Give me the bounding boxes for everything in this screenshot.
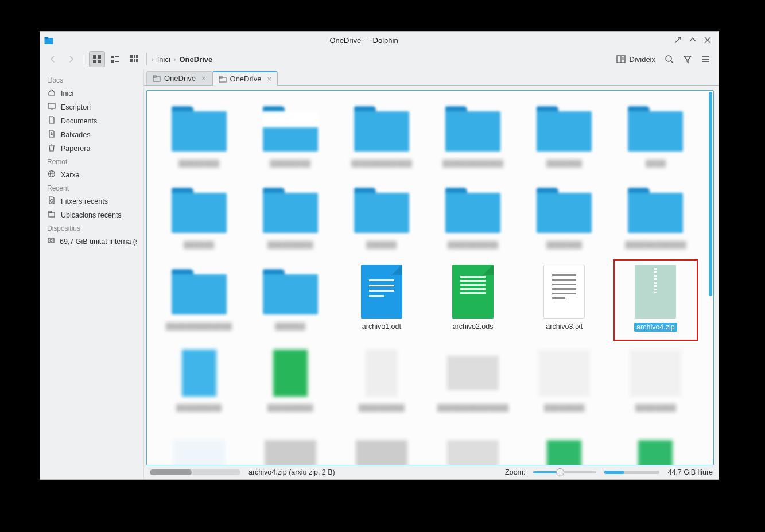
- compact-view-button[interactable]: [107, 51, 123, 67]
- titlebar: OneDrive — Dolphin: [40, 32, 719, 49]
- document-icon: [47, 116, 56, 124]
- file-item[interactable]: [155, 422, 243, 465]
- file-item[interactable]: [429, 422, 517, 465]
- folder-item[interactable]: ███████: [521, 178, 608, 259]
- svg-rect-14: [134, 59, 135, 62]
- sidebar-item-trash[interactable]: Paperera: [42, 141, 141, 154]
- svg-rect-5: [98, 60, 101, 63]
- folder-icon: [153, 75, 161, 83]
- sidebar-section-devices: Dispositius: [42, 221, 141, 234]
- folder-item[interactable]: ███████: [521, 96, 608, 178]
- file-item-odt[interactable]: archivo1.odt: [337, 259, 425, 341]
- svg-point-34: [50, 239, 52, 242]
- vertical-scrollbar[interactable]: [708, 91, 713, 465]
- minimize-button[interactable]: [670, 33, 685, 48]
- close-button[interactable]: [700, 33, 715, 48]
- close-icon[interactable]: ×: [201, 74, 206, 83]
- folder-item[interactable]: ████████████: [337, 96, 425, 178]
- file-view[interactable]: ████████ ████████ ████████████ █████████…: [146, 90, 714, 465]
- folder-item[interactable]: █████████: [246, 178, 334, 259]
- file-item[interactable]: █████████: [155, 341, 243, 422]
- window-title: OneDrive — Dolphin: [57, 36, 670, 45]
- menu-button[interactable]: [698, 51, 714, 67]
- folder-item[interactable]: ██████████: [429, 178, 517, 259]
- svg-rect-9: [115, 61, 119, 62]
- svg-rect-10: [130, 55, 133, 58]
- tab-onedrive-2[interactable]: OneDrive ×: [212, 71, 278, 86]
- horizontal-scrollbar[interactable]: [150, 469, 240, 475]
- home-icon: [47, 88, 56, 96]
- breadcrumb[interactable]: › Inici › OneDrive: [152, 55, 212, 64]
- sidebar-item-desktop[interactable]: Escriptori: [42, 99, 141, 113]
- zoom-slider[interactable]: [533, 471, 596, 473]
- folder-item[interactable]: ████████: [155, 96, 243, 178]
- disk-free-label: 44,7 GiB lliure: [667, 468, 713, 476]
- download-icon: [47, 130, 56, 138]
- svg-rect-33: [48, 238, 54, 243]
- sidebar-item-documents[interactable]: Documents: [42, 113, 141, 127]
- selection-status: archivo4.zip (arxiu zip, 2 B): [248, 468, 335, 476]
- breadcrumb-root[interactable]: Inici: [157, 55, 170, 64]
- breadcrumb-current[interactable]: OneDrive: [179, 55, 212, 64]
- file-item-ods[interactable]: archivo2.ods: [429, 259, 517, 341]
- file-item[interactable]: ██████████████: [429, 341, 517, 422]
- folder-item[interactable]: ████████████: [612, 178, 700, 259]
- sidebar-item-internal-disk[interactable]: 69,7 GiB unitat interna (sda): [42, 234, 141, 247]
- network-icon: [47, 170, 56, 178]
- folder-item[interactable]: ████████: [246, 96, 334, 178]
- trash-icon: [47, 143, 56, 152]
- folder-item[interactable]: ██████: [155, 178, 243, 259]
- search-button[interactable]: [661, 51, 677, 67]
- toolbar: › Inici › OneDrive Divideix: [40, 49, 719, 69]
- disk-icon: [47, 236, 55, 244]
- split-view-button[interactable]: Divideix: [613, 51, 659, 67]
- file-item[interactable]: [337, 422, 425, 465]
- file-item[interactable]: ████████: [612, 341, 700, 422]
- recent-places-icon: [47, 210, 56, 218]
- svg-rect-13: [130, 59, 133, 62]
- svg-rect-15: [136, 59, 138, 62]
- file-item[interactable]: [612, 422, 700, 465]
- tab-onedrive-1[interactable]: OneDrive ×: [146, 71, 212, 85]
- sidebar-item-recent-files[interactable]: Fitxers recents: [42, 193, 141, 207]
- file-item-txt[interactable]: archivo3.txt: [521, 259, 608, 341]
- svg-rect-7: [115, 56, 119, 57]
- details-view-button[interactable]: [126, 51, 142, 67]
- file-item[interactable]: █████████: [246, 341, 334, 422]
- folder-icon: [219, 75, 227, 83]
- sidebar-item-recent-places[interactable]: Ubicacions recents: [42, 207, 141, 221]
- svg-rect-8: [111, 60, 114, 63]
- svg-point-30: [51, 200, 53, 203]
- svg-rect-4: [93, 60, 96, 63]
- svg-rect-25: [48, 103, 55, 108]
- folder-item[interactable]: ████████████: [429, 96, 517, 178]
- forward-button[interactable]: [63, 51, 79, 67]
- sidebar-item-home[interactable]: Inici: [42, 86, 141, 99]
- sidebar-section-remote: Remot: [42, 154, 141, 167]
- maximize-button[interactable]: [685, 33, 700, 48]
- file-item[interactable]: [521, 422, 608, 465]
- svg-rect-3: [98, 55, 101, 59]
- filter-button[interactable]: [679, 51, 696, 67]
- folder-item[interactable]: ██████: [246, 259, 334, 341]
- folder-item[interactable]: ████: [612, 96, 700, 178]
- svg-rect-11: [134, 55, 135, 58]
- file-item[interactable]: ████████: [521, 341, 608, 422]
- svg-point-20: [666, 56, 671, 61]
- sidebar-item-downloads[interactable]: Baixades: [42, 127, 141, 141]
- disk-usage-bar: [604, 471, 659, 474]
- close-icon[interactable]: ×: [267, 75, 271, 83]
- file-item-zip[interactable]: archivo4.zip: [612, 259, 700, 341]
- recent-files-icon: [47, 196, 56, 204]
- file-item[interactable]: [246, 422, 334, 465]
- file-item[interactable]: █████████: [337, 341, 425, 422]
- folder-item[interactable]: █████████████: [155, 259, 243, 341]
- tab-bar: OneDrive × OneDrive ×: [144, 69, 719, 86]
- folder-item[interactable]: ██████: [337, 178, 425, 259]
- places-panel: Llocs Inici Escriptori Documents Baixade…: [40, 69, 144, 479]
- icon-view-button[interactable]: [89, 51, 105, 67]
- sidebar-item-network[interactable]: Xarxa: [42, 167, 141, 181]
- svg-rect-2: [93, 55, 96, 59]
- back-button[interactable]: [45, 51, 61, 67]
- file-grid: ████████ ████████ ████████████ █████████…: [147, 91, 708, 465]
